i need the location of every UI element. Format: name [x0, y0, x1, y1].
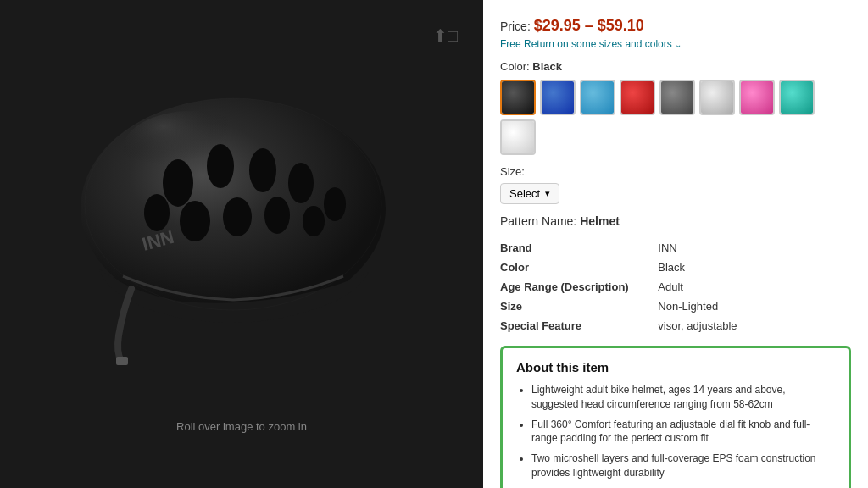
- svg-point-8: [180, 201, 210, 241]
- spec-label: Color: [500, 258, 658, 277]
- product-image-panel: ⬆□: [0, 0, 483, 488]
- about-list-item: Two microshell layers and full-coverage …: [531, 452, 835, 480]
- color-label: Color: Black: [500, 60, 851, 73]
- svg-point-7: [144, 194, 170, 231]
- spec-label: Age Range (Description): [500, 277, 658, 297]
- swatch-dark-gray[interactable]: [659, 80, 695, 115]
- svg-point-4: [249, 148, 276, 192]
- spec-value: visor, adjustable: [658, 316, 851, 336]
- svg-point-9: [223, 197, 252, 236]
- svg-point-2: [163, 159, 193, 207]
- helmet-image: INN: [38, 56, 445, 412]
- price-label: Price:: [500, 19, 534, 33]
- pattern-name-row: Pattern Name: Helmet: [500, 214, 851, 228]
- roll-over-label: Roll over image to zoom in: [176, 420, 307, 433]
- color-swatches: [500, 80, 851, 155]
- selected-color: Black: [532, 60, 562, 73]
- size-select-dropdown[interactable]: Select: [500, 183, 559, 204]
- about-box: About this item Lightweight adult bike h…: [500, 346, 851, 488]
- svg-point-10: [264, 197, 290, 234]
- pattern-name-value: Helmet: [580, 214, 620, 228]
- price-range: $29.95 – $59.10: [534, 17, 644, 34]
- swatch-red[interactable]: [620, 80, 655, 115]
- svg-point-5: [288, 163, 314, 203]
- free-return-link[interactable]: Free Return on some sizes and colors: [500, 38, 851, 50]
- spec-value: Adult: [658, 277, 851, 297]
- svg-point-6: [324, 187, 346, 221]
- swatch-gray-white[interactable]: [699, 80, 735, 115]
- size-label: Size:: [500, 165, 851, 178]
- size-section: Size: Select: [500, 165, 851, 204]
- svg-rect-14: [116, 357, 128, 365]
- swatch-pink[interactable]: [739, 80, 775, 115]
- spec-label: Special Feature: [500, 316, 658, 336]
- product-details-panel: Price: $29.95 – $59.10 Free Return on so…: [483, 0, 868, 488]
- swatch-white[interactable]: [500, 119, 536, 155]
- swatch-black[interactable]: [500, 80, 536, 115]
- swatch-blue[interactable]: [540, 80, 576, 115]
- swatch-light-blue[interactable]: [580, 80, 615, 115]
- spec-value: INN: [658, 238, 851, 258]
- spec-row: BrandINN: [500, 238, 851, 258]
- about-list-item: Lightweight adult bike helmet, ages 14 y…: [531, 383, 835, 412]
- spec-value: Non-Lighted: [658, 297, 851, 316]
- spec-row: Age Range (Description)Adult: [500, 277, 851, 297]
- about-list: Lightweight adult bike helmet, ages 14 y…: [516, 383, 835, 488]
- swatch-teal[interactable]: [779, 80, 815, 115]
- share-icon[interactable]: ⬆□: [433, 25, 458, 46]
- spec-label: Brand: [500, 238, 658, 258]
- spec-row: SizeNon-Lighted: [500, 297, 851, 316]
- spec-value: Black: [658, 258, 851, 277]
- svg-point-3: [207, 144, 234, 188]
- svg-point-11: [303, 206, 325, 236]
- spec-label: Size: [500, 297, 658, 316]
- spec-row: Special Featurevisor, adjustable: [500, 316, 851, 336]
- about-list-item: Full 360° Comfort featuring an adjustabl…: [531, 418, 835, 446]
- about-title: About this item: [516, 360, 835, 374]
- price-row: Price: $29.95 – $59.10: [500, 17, 851, 35]
- spec-row: ColorBlack: [500, 258, 851, 277]
- specs-table: BrandINNColorBlackAge Range (Description…: [500, 238, 851, 336]
